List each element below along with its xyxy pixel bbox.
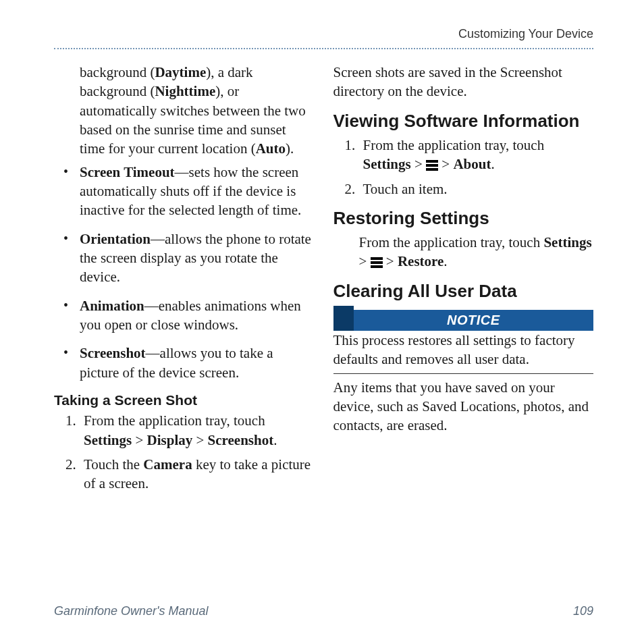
text: Touch the <box>84 456 143 473</box>
menu-screenshot: Screenshot <box>208 432 274 448</box>
text: background ( <box>80 64 155 80</box>
continued-paragraph: background (Daytime), a dark background … <box>54 63 315 159</box>
step-1: From the application tray, touch Setting… <box>80 411 315 450</box>
menu-settings: Settings <box>543 234 591 250</box>
term: Animation <box>80 298 144 314</box>
notice-label: NOTICE <box>354 310 594 331</box>
bullet-list: Screen Timeout—sets how the screen autom… <box>54 163 315 382</box>
notice-banner: NOTICE <box>333 306 594 331</box>
text: From the application tray, touch <box>84 412 265 429</box>
page-footer: Garminfone Owner's Manual 109 <box>54 604 593 618</box>
term: Screen Timeout <box>80 164 175 180</box>
menu-icon <box>371 257 383 267</box>
term: Orientation <box>80 231 151 247</box>
sep: > <box>438 156 453 172</box>
running-head: Customizing Your Device <box>54 27 593 41</box>
sep: > <box>359 253 371 269</box>
text: . <box>491 156 494 172</box>
header-rule <box>54 48 593 49</box>
subheading-screenshot: Taking a Screen Shot <box>54 392 315 408</box>
step-1: From the application tray, touch Setting… <box>359 136 594 174</box>
after-paragraph: Any items that you have saved on your de… <box>333 378 594 435</box>
page-number: 109 <box>573 604 593 618</box>
text: . <box>273 432 277 448</box>
term: Screenshot <box>80 345 146 361</box>
menu-settings: Settings <box>84 432 132 448</box>
nighttime-term: Nighttime <box>155 83 215 99</box>
restore-paragraph: From the application tray, touch Setting… <box>333 233 594 271</box>
step-2: Touch an item. <box>359 180 594 198</box>
steps-viewing: From the application tray, touch Setting… <box>333 136 594 198</box>
heading-viewing-software: Viewing Software Information <box>333 111 594 132</box>
notice-accent <box>333 306 354 331</box>
menu-restore: Restore <box>398 253 444 269</box>
camera-key: Camera <box>143 456 192 473</box>
notice-body: This process restores all settings to fa… <box>333 331 594 374</box>
step-2: Touch the Camera key to take a picture o… <box>80 455 315 493</box>
sep: > <box>383 253 398 269</box>
manual-page: Customizing Your Device background (Dayt… <box>0 0 644 644</box>
daytime-term: Daytime <box>155 64 206 80</box>
menu-about: About <box>453 156 491 172</box>
auto-term: Auto <box>256 140 286 157</box>
text: From the application tray, touch <box>359 234 544 250</box>
footer-title: Garminfone Owner's Manual <box>54 604 209 618</box>
list-item: Animation—enables animations when you op… <box>54 296 315 335</box>
text: . <box>444 253 447 269</box>
sep: > <box>411 156 426 172</box>
list-item: Screenshot—allows you to take a picture … <box>54 344 315 382</box>
steps-list: From the application tray, touch Setting… <box>54 411 315 493</box>
right-column: Screen shots are saved in the Screenshot… <box>333 63 594 499</box>
list-item: Screen Timeout—sets how the screen autom… <box>54 163 315 220</box>
two-column-layout: background (Daytime), a dark background … <box>54 63 593 499</box>
heading-clearing: Clearing All User Data <box>333 281 594 302</box>
menu-icon <box>426 160 438 169</box>
sep: > <box>192 432 207 448</box>
heading-restoring: Restoring Settings <box>333 208 594 229</box>
text: From the application tray, touch <box>363 137 545 153</box>
sep: > <box>132 432 146 448</box>
menu-settings: Settings <box>363 156 411 172</box>
intro-paragraph: Screen shots are saved in the Screenshot… <box>333 63 594 101</box>
menu-display: Display <box>147 432 193 448</box>
text: ). <box>286 140 294 157</box>
list-item: Orientation—allows the phone to rotate t… <box>54 230 315 287</box>
left-column: background (Daytime), a dark background … <box>54 63 315 499</box>
